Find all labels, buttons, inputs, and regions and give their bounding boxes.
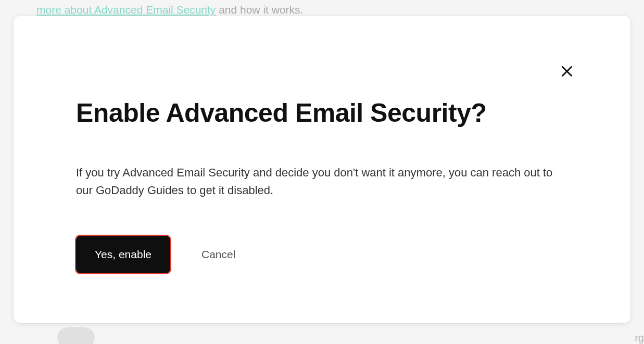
background-trailing: and how it works. (216, 4, 303, 16)
close-icon (560, 64, 574, 79)
cancel-button[interactable]: Cancel (201, 248, 235, 261)
modal-body-text: If you try Advanced Email Security and d… (76, 164, 565, 199)
modal-title: Enable Advanced Email Security? (76, 99, 568, 128)
background-page-text: more about Advanced Email Security and h… (0, 0, 644, 17)
close-button[interactable] (555, 60, 578, 83)
background-link: more about Advanced Email Security (36, 4, 216, 16)
background-toggle (57, 327, 95, 344)
modal-button-row: Yes, enable Cancel (76, 236, 568, 273)
background-right-fragment: rg (635, 332, 644, 344)
confirm-enable-button[interactable]: Yes, enable (76, 236, 170, 273)
confirmation-modal: Enable Advanced Email Security? If you t… (14, 16, 630, 323)
